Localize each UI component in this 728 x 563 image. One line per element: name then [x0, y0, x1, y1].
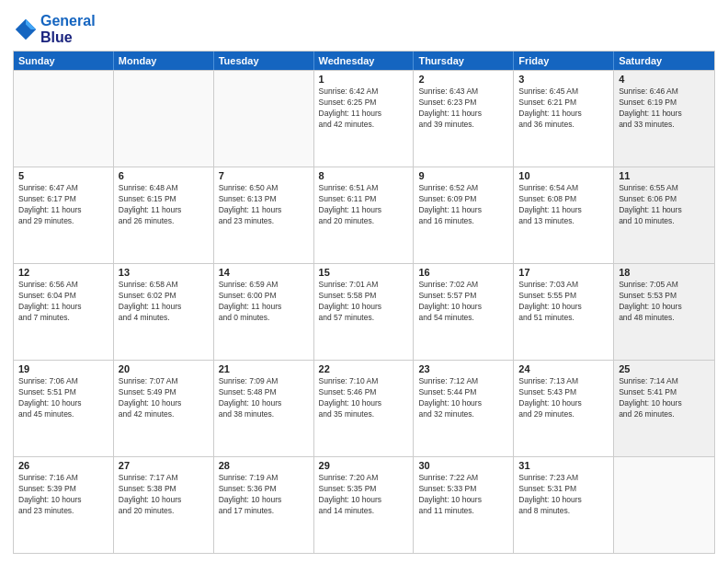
cell-info-line: Sunset: 6:17 PM — [18, 194, 108, 205]
day-number: 23 — [418, 363, 508, 374]
calendar-cell — [214, 71, 314, 167]
calendar-cell: 10Sunrise: 6:54 AMSunset: 6:08 PMDayligh… — [514, 167, 614, 263]
calendar-cell: 15Sunrise: 7:01 AMSunset: 5:58 PMDayligh… — [314, 264, 415, 360]
cell-info-line: and 23 minutes. — [18, 506, 108, 517]
calendar-cell: 20Sunrise: 7:07 AMSunset: 5:49 PMDayligh… — [114, 361, 214, 456]
calendar-cell: 24Sunrise: 7:13 AMSunset: 5:43 PMDayligh… — [514, 361, 614, 456]
cell-info-line: Sunset: 5:55 PM — [518, 291, 609, 302]
cell-info-line: Sunset: 5:46 PM — [319, 387, 409, 398]
cell-info-line: Sunset: 6:08 PM — [518, 194, 609, 205]
cell-info-line: and 45 minutes. — [18, 409, 108, 420]
day-number: 10 — [518, 170, 609, 181]
cell-info-line: Sunrise: 7:16 AM — [18, 473, 108, 484]
day-number: 31 — [518, 460, 609, 471]
day-number: 17 — [518, 267, 609, 278]
calendar-cell: 23Sunrise: 7:12 AMSunset: 5:44 PMDayligh… — [414, 361, 514, 456]
calendar-cell: 6Sunrise: 6:48 AMSunset: 6:15 PMDaylight… — [114, 167, 214, 263]
cell-info-line: Sunset: 6:21 PM — [518, 98, 609, 109]
cell-info-line: Sunrise: 6:52 AM — [418, 183, 508, 194]
cell-info-line: Daylight: 10 hours — [518, 302, 609, 313]
cell-info-line: and 7 minutes. — [18, 313, 108, 324]
calendar-cell: 3Sunrise: 6:45 AMSunset: 6:21 PMDaylight… — [514, 71, 614, 167]
day-number: 14 — [219, 267, 309, 278]
cell-info-line: Sunset: 6:00 PM — [219, 291, 309, 302]
day-number: 1 — [319, 74, 409, 85]
day-number: 7 — [219, 170, 309, 181]
cell-info-line: Sunrise: 7:20 AM — [319, 473, 409, 484]
cell-info-line: Sunrise: 6:45 AM — [518, 86, 609, 98]
day-number: 21 — [219, 363, 309, 374]
calendar-cell: 12Sunrise: 6:56 AMSunset: 6:04 PMDayligh… — [14, 264, 114, 360]
cell-info-line: Sunset: 5:48 PM — [219, 387, 309, 398]
calendar-row: 26Sunrise: 7:16 AMSunset: 5:39 PMDayligh… — [14, 456, 714, 553]
calendar-cell: 31Sunrise: 7:23 AMSunset: 5:31 PMDayligh… — [514, 457, 614, 553]
calendar-row: 1Sunrise: 6:42 AMSunset: 6:25 PMDaylight… — [14, 70, 714, 167]
day-number: 4 — [619, 74, 710, 85]
cell-info-line: Sunrise: 6:47 AM — [18, 183, 108, 194]
cell-info-line: Sunrise: 7:03 AM — [518, 280, 609, 291]
weekday-header: Sunday — [14, 52, 114, 70]
cell-info-line: Sunset: 5:43 PM — [518, 387, 609, 398]
day-number: 25 — [619, 363, 710, 374]
calendar-row: 5Sunrise: 6:47 AMSunset: 6:17 PMDaylight… — [14, 167, 714, 263]
cell-info-line: Sunset: 5:31 PM — [518, 484, 609, 495]
cell-info-line: Sunrise: 6:51 AM — [319, 183, 409, 194]
day-number: 20 — [119, 363, 209, 374]
calendar-cell — [614, 457, 714, 553]
cell-info-line: Daylight: 10 hours — [418, 302, 508, 313]
cell-info-line: Daylight: 10 hours — [418, 398, 508, 409]
cell-info-line: Sunset: 6:02 PM — [119, 291, 209, 302]
cell-info-line: Daylight: 11 hours — [319, 205, 409, 216]
day-number: 3 — [518, 74, 609, 85]
cell-info-line: Sunset: 6:25 PM — [319, 98, 409, 109]
cell-info-line: and 0 minutes. — [219, 313, 309, 324]
cell-info-line: Daylight: 10 hours — [418, 495, 508, 506]
cell-info-line: and 35 minutes. — [319, 409, 409, 420]
header: General Blue — [13, 9, 715, 45]
cell-info-line: and 54 minutes. — [418, 313, 508, 324]
cell-info-line: Sunrise: 6:59 AM — [219, 280, 309, 291]
cell-info-line: Sunset: 6:06 PM — [619, 194, 710, 205]
calendar-cell: 28Sunrise: 7:19 AMSunset: 5:36 PMDayligh… — [214, 457, 314, 553]
cell-info-line: Sunrise: 7:17 AM — [119, 473, 209, 484]
cell-info-line: Sunrise: 7:06 AM — [18, 376, 108, 387]
day-number: 15 — [319, 267, 409, 278]
calendar-cell: 11Sunrise: 6:55 AMSunset: 6:06 PMDayligh… — [614, 167, 714, 263]
calendar-cell — [14, 71, 114, 167]
day-number: 22 — [319, 363, 409, 374]
day-number: 5 — [18, 170, 108, 181]
cell-info-line: and 42 minutes. — [319, 120, 409, 131]
cell-info-line: Sunrise: 7:05 AM — [619, 280, 710, 291]
cell-info-line: Daylight: 11 hours — [18, 302, 108, 313]
day-number: 28 — [219, 460, 309, 471]
day-number: 16 — [418, 267, 508, 278]
cell-info-line: and 51 minutes. — [518, 313, 609, 324]
cell-info-line: Daylight: 11 hours — [119, 205, 209, 216]
cell-info-line: Sunrise: 6:46 AM — [619, 86, 710, 98]
cell-info-line: Sunrise: 6:55 AM — [619, 183, 710, 194]
cell-info-line: Daylight: 10 hours — [219, 495, 309, 506]
calendar-row: 19Sunrise: 7:06 AMSunset: 5:51 PMDayligh… — [14, 360, 714, 456]
cell-info-line: Daylight: 10 hours — [619, 398, 710, 409]
cell-info-line: Daylight: 10 hours — [319, 495, 409, 506]
cell-info-line: Daylight: 10 hours — [219, 398, 309, 409]
cell-info-line: Sunrise: 7:23 AM — [518, 473, 609, 484]
cell-info-line: Sunset: 6:15 PM — [119, 194, 209, 205]
cell-info-line: Daylight: 11 hours — [619, 205, 710, 216]
cell-info-line: and 4 minutes. — [119, 313, 209, 324]
calendar-cell: 26Sunrise: 7:16 AMSunset: 5:39 PMDayligh… — [14, 457, 114, 553]
cell-info-line: Sunset: 5:36 PM — [219, 484, 309, 495]
calendar-cell: 7Sunrise: 6:50 AMSunset: 6:13 PMDaylight… — [214, 167, 314, 263]
logo-text: General Blue — [40, 13, 96, 45]
day-number: 18 — [619, 267, 710, 278]
cell-info-line: Sunset: 5:41 PM — [619, 387, 710, 398]
cell-info-line: Sunrise: 6:58 AM — [119, 280, 209, 291]
cell-info-line: Sunrise: 6:54 AM — [518, 183, 609, 194]
cell-info-line: Sunset: 5:35 PM — [319, 484, 409, 495]
calendar-header: SundayMondayTuesdayWednesdayThursdayFrid… — [14, 52, 714, 70]
calendar-body: 1Sunrise: 6:42 AMSunset: 6:25 PMDaylight… — [14, 70, 714, 553]
cell-info-line: and 57 minutes. — [319, 313, 409, 324]
calendar-row: 12Sunrise: 6:56 AMSunset: 6:04 PMDayligh… — [14, 263, 714, 360]
cell-info-line: and 11 minutes. — [418, 506, 508, 517]
cell-info-line: Daylight: 10 hours — [518, 495, 609, 506]
